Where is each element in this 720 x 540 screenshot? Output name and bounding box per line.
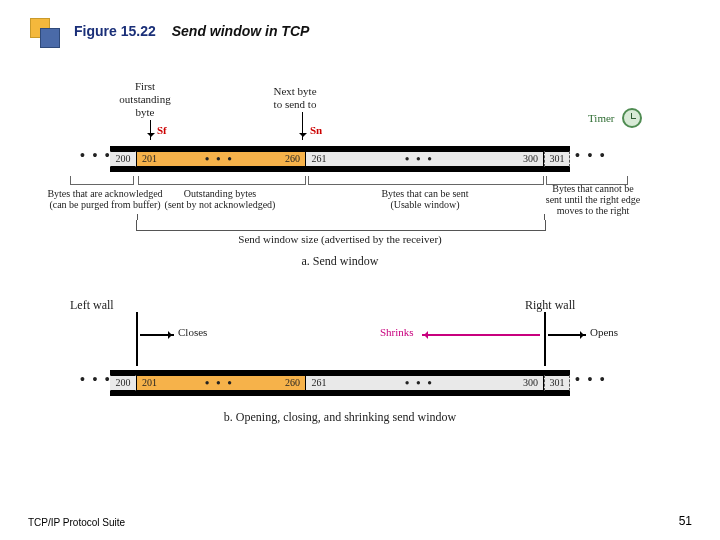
cell-a-201: 201	[136, 152, 162, 166]
left-wall	[136, 312, 138, 366]
closes-arrow	[140, 334, 174, 336]
dots-left-b: • • •	[80, 372, 112, 388]
window-size-label: Send window size (advertised by the rece…	[190, 233, 490, 245]
cell-b-201: 201	[136, 376, 162, 390]
cell-a-261: 261	[306, 152, 332, 166]
right-wall	[544, 312, 546, 366]
right-wall-label: Right wall	[525, 298, 575, 313]
region3-label: Bytes that can be sent (Usable window)	[350, 188, 500, 210]
caption-b: b. Opening, closing, and shrinking send …	[190, 410, 490, 425]
diagram-area: First outstanding byte Next byte to send…	[70, 80, 660, 480]
track-a: 200 201 • • • 260 261 • • • 300 301	[110, 146, 570, 172]
window-size-bracket	[136, 220, 546, 231]
cell-b-260: 260	[280, 376, 306, 390]
opens-label: Opens	[590, 326, 618, 338]
cell-b-261: 261	[306, 376, 332, 390]
track-b: 200 201 • • • 260 261 • • • 300 301	[110, 370, 570, 396]
figure-title: Send window in TCP	[172, 23, 310, 39]
region2-label: Outstanding bytes (sent by not acknowled…	[145, 188, 295, 210]
label-next-byte: Next byte to send to	[250, 85, 340, 111]
shrinks-label: Shrinks	[380, 326, 414, 338]
timer-icon	[622, 108, 642, 128]
cell-a-200: 200	[110, 152, 136, 166]
opens-arrow	[548, 334, 586, 336]
page-number: 51	[679, 514, 692, 528]
header-decor-icon	[30, 18, 56, 44]
figure-number: Figure 15.22	[74, 23, 156, 39]
cell-a-260: 260	[280, 152, 306, 166]
shrinks-arrow	[422, 334, 540, 336]
cell-b-200: 200	[110, 376, 136, 390]
sf-arrow	[150, 120, 151, 140]
cell-b-300: 300	[518, 376, 544, 390]
timer-label: Timer	[588, 112, 615, 124]
sn-arrow	[302, 112, 303, 140]
cell-a-300: 300	[518, 152, 544, 166]
region4-label: Bytes that cannot be sent until the righ…	[528, 183, 658, 216]
dots-right-b: • • •	[575, 372, 607, 388]
label-first-outstanding: First outstanding byte	[100, 80, 190, 120]
footer-text: TCP/IP Protocol Suite	[28, 517, 125, 528]
dots-left-a: • • •	[80, 148, 112, 164]
sn-label: Sn	[310, 124, 322, 136]
caption-a: a. Send window	[270, 254, 410, 269]
dots-right-a: • • •	[575, 148, 607, 164]
closes-label: Closes	[178, 326, 207, 338]
left-wall-label: Left wall	[70, 298, 114, 313]
slide-header: Figure 15.22 Send window in TCP	[30, 18, 309, 44]
sf-label: Sf	[157, 124, 167, 136]
